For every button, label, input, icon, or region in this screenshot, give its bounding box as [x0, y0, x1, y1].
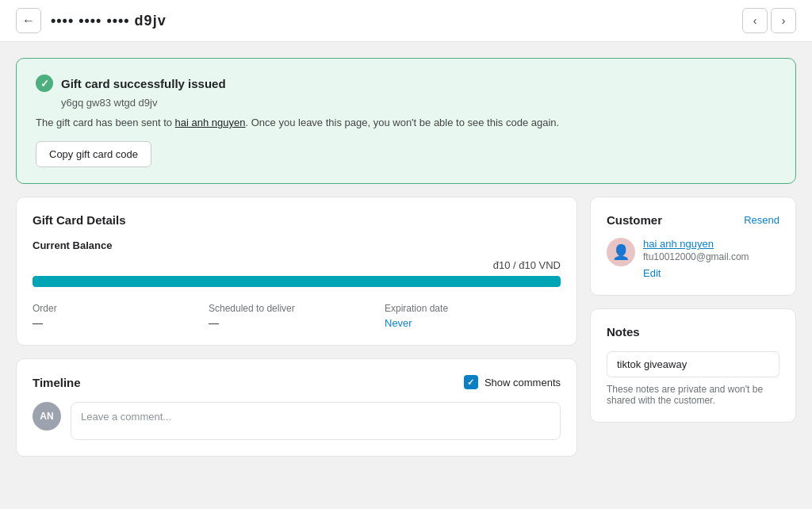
show-comments-checkbox[interactable] — [464, 375, 478, 389]
success-message: The gift card has been sent to hai anh n… — [36, 117, 776, 128]
message-prefix: The gift card has been sent to — [36, 117, 175, 128]
details-row: Order — Scheduled to deliver — Expiratio… — [33, 303, 561, 329]
order-value: — — [33, 317, 209, 329]
scheduled-column: Scheduled to deliver — — [209, 303, 385, 329]
scheduled-value: — — [209, 317, 385, 329]
expiration-value[interactable]: Never — [385, 317, 561, 329]
current-balance-label: Current Balance — [33, 239, 561, 251]
customer-info: 👤 hai anh nguyen ftu10012000@gmail.com E… — [607, 238, 779, 279]
timeline-header: Timeline Show comments — [33, 375, 561, 389]
customer-title: Customer — [607, 213, 662, 227]
expiration-column: Expiration date Never — [385, 303, 561, 329]
customer-email: ftu10012000@gmail.com — [643, 251, 749, 262]
left-column: Gift Card Details Current Balance đ10 / … — [16, 197, 577, 457]
order-column: Order — — [33, 303, 209, 329]
show-comments-label: Show comments — [485, 377, 561, 388]
show-comments-toggle[interactable]: Show comments — [464, 375, 561, 389]
notes-input[interactable] — [607, 351, 779, 377]
content-row: Gift Card Details Current Balance đ10 / … — [16, 197, 796, 457]
comment-input-row: AN Leave a comment... — [33, 402, 561, 440]
gift-card-details-card: Gift Card Details Current Balance đ10 / … — [16, 197, 577, 346]
main-content: Gift card successfully issued y6gq gw83 … — [0, 42, 812, 473]
message-suffix: . Once you leave this page, you won't be… — [246, 117, 560, 128]
gift-card-details-title: Gift Card Details — [33, 213, 561, 227]
timeline-card: Timeline Show comments AN Leave a commen… — [16, 358, 577, 457]
balance-amount: đ10 / đ10 VND — [33, 259, 561, 271]
expiration-label: Expiration date — [385, 303, 561, 314]
customer-edit-link[interactable]: Edit — [643, 267, 749, 279]
order-label: Order — [33, 303, 209, 314]
customer-name[interactable]: hai anh nguyen — [643, 238, 749, 250]
timeline-title: Timeline — [33, 376, 81, 389]
notes-title: Notes — [607, 325, 779, 339]
gift-code: y6gq gw83 wtgd d9jv — [61, 97, 776, 109]
nav-prev-button[interactable]: ‹ — [742, 8, 768, 33]
progress-bar-background — [33, 276, 561, 287]
resend-link[interactable]: Resend — [744, 214, 779, 226]
progress-bar-fill — [33, 276, 561, 287]
success-banner: Gift card successfully issued y6gq gw83 … — [16, 58, 796, 184]
header: ← •••• •••• •••• d9jv ‹ › — [0, 0, 812, 42]
user-avatar: AN — [33, 402, 61, 431]
notes-card: Notes These notes are private and won't … — [590, 308, 796, 423]
header-left: ← •••• •••• •••• d9jv — [16, 8, 167, 33]
right-column: Customer Resend 👤 hai anh nguyen ftu1001… — [590, 197, 796, 457]
customer-details: hai anh nguyen ftu10012000@gmail.com Edi… — [643, 238, 749, 279]
nav-buttons: ‹ › — [742, 8, 796, 33]
customer-card: Customer Resend 👤 hai anh nguyen ftu1001… — [590, 197, 796, 296]
success-header: Gift card successfully issued — [36, 75, 776, 92]
success-title: Gift card successfully issued — [61, 77, 226, 90]
nav-next-button[interactable]: › — [771, 8, 796, 33]
success-icon — [36, 75, 53, 92]
customer-card-header: Customer Resend — [607, 213, 779, 227]
customer-avatar: 👤 — [607, 238, 635, 266]
notes-hint: These notes are private and won't be sha… — [607, 384, 779, 406]
back-button[interactable]: ← — [16, 8, 41, 33]
customer-avatar-icon: 👤 — [612, 243, 630, 261]
comment-input[interactable]: Leave a comment... — [71, 402, 561, 440]
customer-link[interactable]: hai anh nguyen — [175, 117, 246, 128]
scheduled-label: Scheduled to deliver — [209, 303, 385, 314]
copy-gift-card-button[interactable]: Copy gift card code — [36, 141, 151, 167]
page-title: •••• •••• •••• d9jv — [51, 13, 167, 29]
